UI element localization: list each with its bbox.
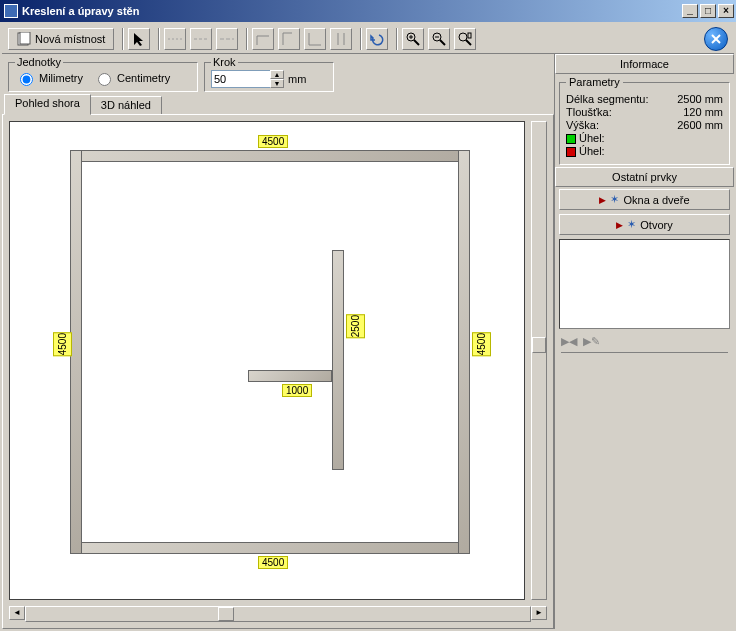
shape-tool-4[interactable] <box>330 28 352 50</box>
zoom-fit-button[interactable] <box>454 28 476 50</box>
info-header: Informace <box>555 54 734 74</box>
units-legend: Jednotky <box>15 56 63 68</box>
line-tool-1[interactable] <box>164 28 186 50</box>
svg-rect-1 <box>20 32 30 44</box>
dialog-close-button[interactable] <box>704 27 728 51</box>
angle-swatch-green <box>566 134 576 144</box>
window-title: Kreslení a úpravy stěn <box>22 5 682 17</box>
preview-pane <box>559 239 730 329</box>
dim-inner-vertical: 2500 <box>346 314 365 338</box>
dim-right: 4500 <box>472 332 491 356</box>
shape-icon <box>334 32 348 46</box>
other-elements-header: Ostatní prvky <box>555 167 734 187</box>
info-panel: Informace Parametry Délka segmentu:2500 … <box>554 54 734 629</box>
nav-icons: ▶◀ ▶✎ <box>561 335 728 353</box>
vertical-scroll-thumb[interactable] <box>532 337 546 353</box>
scroll-left-button[interactable]: ◄ <box>9 606 25 620</box>
step-input[interactable] <box>211 70 271 88</box>
svg-line-10 <box>440 40 445 45</box>
minimize-button[interactable]: _ <box>682 4 698 18</box>
step-up-button[interactable]: ▲ <box>270 70 284 79</box>
tab-3d-preview[interactable]: 3D náhled <box>90 96 162 114</box>
openings-link[interactable]: ▶ ✶ Otvory <box>559 214 730 235</box>
horizontal-scrollbar[interactable] <box>25 606 531 622</box>
titlebar: Kreslení a úpravy stěn _ □ × <box>0 0 736 22</box>
dim-bottom: 4500 <box>258 556 288 569</box>
zoom-out-icon <box>432 32 446 46</box>
view-tabs: Pohled shora 3D náhled <box>2 94 554 114</box>
zoom-in-button[interactable] <box>402 28 424 50</box>
zoom-in-icon <box>406 32 420 46</box>
dash-line-icon <box>220 36 234 42</box>
shape-icon <box>282 32 296 46</box>
pointer-tool-button[interactable] <box>128 28 150 50</box>
units-group: Jednotky Milimetry Centimetry <box>8 56 198 92</box>
close-x-icon <box>710 33 722 45</box>
expand-icon: ▶ <box>599 195 606 205</box>
scroll-right-button[interactable]: ► <box>531 606 547 620</box>
zoom-fit-icon <box>458 32 472 46</box>
units-mm-radio[interactable]: Milimetry <box>15 70 83 86</box>
svg-point-12 <box>459 33 467 41</box>
new-room-label: Nová místnost <box>35 33 105 45</box>
pointer-icon <box>132 32 146 46</box>
svg-rect-14 <box>468 33 471 38</box>
svg-line-6 <box>414 40 419 45</box>
line-tool-2[interactable] <box>190 28 212 50</box>
svg-line-13 <box>466 40 471 45</box>
star-icon: ✶ <box>610 193 619 206</box>
dim-inner-horizontal: 1000 <box>282 384 312 397</box>
nav-next-icon[interactable]: ▶✎ <box>583 335 600 348</box>
dim-top: 4500 <box>258 135 288 148</box>
parameters-group: Parametry Délka segmentu:2500 mm Tloušťk… <box>559 76 730 165</box>
undo-icon <box>370 32 384 46</box>
step-unit: mm <box>288 73 306 85</box>
tab-top-view[interactable]: Pohled shora <box>4 94 91 115</box>
star-icon: ✶ <box>627 218 636 231</box>
new-room-button[interactable]: Nová místnost <box>8 28 114 50</box>
close-button[interactable]: × <box>718 4 734 18</box>
drawing-canvas[interactable]: 4500 4500 4500 4500 2500 1000 <box>9 121 525 600</box>
windows-doors-link[interactable]: ▶ ✶ Okna a dveře <box>559 189 730 210</box>
shape-icon <box>256 32 270 46</box>
zoom-out-button[interactable] <box>428 28 450 50</box>
line-tool-3[interactable] <box>216 28 238 50</box>
shape-tool-3[interactable] <box>304 28 326 50</box>
shape-icon <box>308 32 322 46</box>
parameters-legend: Parametry <box>566 76 623 88</box>
angle-swatch-red <box>566 147 576 157</box>
expand-icon: ▶ <box>616 220 623 230</box>
horizontal-scroll-thumb[interactable] <box>218 607 234 621</box>
dim-left: 4500 <box>53 332 72 356</box>
units-cm-radio[interactable]: Centimetry <box>93 70 170 86</box>
step-group: Krok ▲ ▼ mm <box>204 56 334 92</box>
main-toolbar: Nová místnost <box>2 24 734 54</box>
dash-line-icon <box>194 36 208 42</box>
undo-button[interactable] <box>366 28 388 50</box>
new-room-icon <box>17 32 31 46</box>
shape-tool-2[interactable] <box>278 28 300 50</box>
vertical-scrollbar[interactable] <box>531 121 547 600</box>
dash-line-icon <box>168 36 182 42</box>
app-icon <box>4 4 18 18</box>
nav-prev-icon[interactable]: ▶◀ <box>561 335 577 348</box>
shape-tool-1[interactable] <box>252 28 274 50</box>
step-down-button[interactable]: ▼ <box>270 79 284 88</box>
maximize-button[interactable]: □ <box>700 4 716 18</box>
step-legend: Krok <box>211 56 238 68</box>
